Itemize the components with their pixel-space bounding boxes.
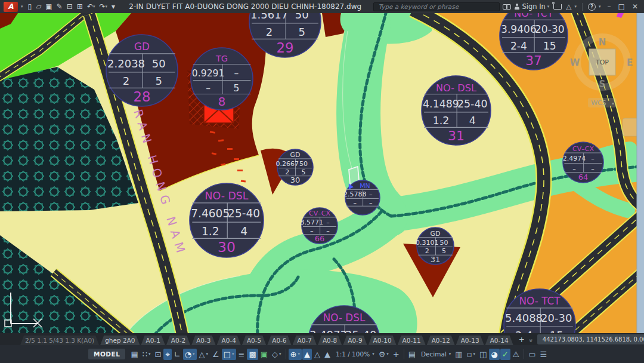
layout-tab-a0-13[interactable]: A0-13 <box>456 336 484 345</box>
bubble-text: 50 <box>152 57 166 70</box>
bubble-text: 2 <box>266 26 273 38</box>
status-menu-icon[interactable]: ☰ <box>538 349 549 360</box>
open-file-icon[interactable]: ▱ <box>34 2 43 11</box>
app-menu-caret-icon[interactable]: ▾ <box>21 4 23 9</box>
qat-customize-icon[interactable]: ▾ <box>110 2 117 11</box>
quick-properties-icon[interactable]: ▥ <box>453 349 464 360</box>
layout-tab-a0-1[interactable]: A0-1 <box>141 336 165 345</box>
object-snap-tracking-icon[interactable]: ∠ <box>210 349 221 360</box>
save-as-icon[interactable]: ✎ <box>55 2 64 11</box>
annotation-scale-icon[interactable]: ▲ <box>323 349 332 360</box>
layout-tab-a0-4[interactable]: A0-4 <box>217 336 241 345</box>
infer-constraints-icon[interactable]: ⊡ <box>153 349 163 360</box>
object-snap-icon[interactable]: □▾ <box>222 349 236 360</box>
layout-tab-a0-14[interactable]: A0-14 <box>485 336 513 345</box>
layout-tab-a0-10[interactable]: A0-10 <box>369 336 397 345</box>
undo-icon[interactable]: ↶▾ <box>85 2 97 11</box>
layout-tab-a0-8[interactable]: A0-8 <box>318 336 342 345</box>
model-space-button[interactable]: MODEL <box>88 349 125 359</box>
isolate-objects-icon[interactable]: ◫ <box>478 349 488 360</box>
app-menu-button[interactable]: A <box>4 2 18 12</box>
viewcube-south[interactable]: S <box>599 79 606 90</box>
layout-tab-a0-2[interactable]: A0-2 <box>166 336 190 345</box>
autodesk360-icon[interactable]: △ <box>566 2 571 11</box>
layout-tab-a0-6[interactable]: A0-6 <box>267 336 291 345</box>
drawing-canvas[interactable]: N. TRAN HONG NAM 1.5617502529GD2.2038502… <box>0 13 644 333</box>
viewcube-east[interactable]: E <box>627 57 633 68</box>
exchange-cart-icon[interactable] <box>553 4 562 10</box>
tab-overflow-chevron-icon[interactable]: » <box>527 339 534 342</box>
status-bar: MODEL ▦∷▾⊡⌖∟◔▾△▾∠□▾≡▩▣◇▾⊕▾▲△▲1:1 / 100%▾… <box>0 345 644 363</box>
layout-tab-a0-12[interactable]: A0-12 <box>427 336 455 345</box>
new-layout-button[interactable]: + <box>515 336 529 345</box>
bubble-text: 5 <box>442 247 446 255</box>
annotation-warning-icon[interactable]: ⚠ <box>511 349 522 360</box>
wcs-caret-icon[interactable]: ▾ <box>612 101 614 106</box>
bubble-text: 30 <box>290 176 301 184</box>
ortho-icon[interactable]: ∟ <box>172 349 182 360</box>
bubble-text: 25-40 <box>228 207 260 220</box>
maximize-button[interactable]: □ <box>618 2 625 11</box>
graphics-performance-icon[interactable]: ◕ <box>489 349 499 360</box>
viewcube-west[interactable]: W <box>570 57 580 68</box>
annotation-scale-value[interactable]: 1:1 / 100%▾ <box>333 349 376 359</box>
layout-tab-ghep-2a0[interactable]: ghep 2A0 <box>100 336 140 345</box>
layout-tab-a0-3[interactable]: A0-3 <box>191 336 215 345</box>
viewcube-north[interactable]: N <box>599 37 606 48</box>
annotation-visibility-icon[interactable]: ▲ <box>302 349 312 360</box>
gizmo-icon[interactable]: ⊕▾ <box>289 349 302 360</box>
layout-tab-a0-9[interactable]: A0-9 <box>343 336 367 345</box>
lock-ui-icon[interactable]: ▫▾ <box>465 349 477 360</box>
quick-access-toolbar: ▯▱▣✎⊟⊞↶▾↷▾▾ <box>26 2 117 11</box>
plot-icon[interactable]: ⊟ <box>65 2 75 11</box>
vertical-scrollbar[interactable] <box>637 13 644 333</box>
minimize-button[interactable]: – <box>608 2 611 11</box>
redo-icon[interactable]: ↷▾ <box>97 2 109 11</box>
wcs-dropdown[interactable]: WCS <box>591 99 606 107</box>
clean-screen-icon[interactable]: ▭ <box>527 349 537 360</box>
hardware-acceleration-icon[interactable]: ✓ <box>500 349 510 360</box>
transparency-icon[interactable]: ▩ <box>247 349 258 360</box>
new-file-icon[interactable]: ▯ <box>26 2 34 11</box>
close-button[interactable]: ✕ <box>632 2 638 11</box>
bubble-text: 64 <box>578 173 589 182</box>
label-bubble[interactable]: NO- DSL4.148925-401.2431 <box>422 76 491 145</box>
workspace-gear-icon[interactable]: ⚙▾ <box>377 349 391 360</box>
search-input[interactable] <box>377 2 496 11</box>
units-value[interactable]: Decimal▾ <box>418 349 453 359</box>
bubble-text: 7.4605 <box>191 207 230 220</box>
layout-tab-a0-7[interactable]: A0-7 <box>293 336 317 345</box>
dynamic-input-icon[interactable]: ⌖ <box>163 349 171 360</box>
sign-in-button[interactable]: Sign In ▾ <box>514 2 549 11</box>
print-icon[interactable]: ⊞ <box>75 2 85 11</box>
autoscale-icon[interactable]: △ <box>312 349 322 360</box>
viewcube-top-label[interactable]: TOP <box>595 59 609 66</box>
help-caret-icon[interactable]: ▾ <box>599 4 601 9</box>
polar-tracking-icon[interactable]: ◔▾ <box>183 349 197 360</box>
grid-icon[interactable]: ▦ <box>129 349 140 360</box>
layout-tab-a0-5[interactable]: A0-5 <box>242 336 266 345</box>
statusbar-divider <box>404 349 404 359</box>
snap-icon[interactable]: ∷▾ <box>141 349 153 360</box>
isodraft-icon[interactable]: △▾ <box>197 349 210 360</box>
label-bubble[interactable]: NO- DSL7.460525-401.2430 <box>190 183 264 257</box>
bubble-text: 25-40 <box>457 98 488 110</box>
annotation-monitor-icon[interactable]: ▤ <box>407 349 417 360</box>
add-scales-icon[interactable]: + <box>391 349 401 360</box>
layout-tab-2-5-1-1-5-43-1-3-k-a0-[interactable]: 2/5 1.1 5/43 1.3 K(A0) <box>20 336 99 345</box>
label-bubble[interactable]: GD2.2038502528 <box>106 35 178 106</box>
label-bubble[interactable]: TG0.9291––58 <box>191 48 253 110</box>
help-icon[interactable]: ? <box>588 3 596 11</box>
selection-cycling-icon[interactable]: ▣ <box>259 349 270 360</box>
save-icon[interactable]: ▣ <box>44 2 54 11</box>
bubble-text: 30 <box>218 239 236 256</box>
label-bubble[interactable]: CV–CX2.4974–––64 <box>563 142 603 183</box>
3d-object-snap-icon[interactable]: ◇▾ <box>270 349 283 360</box>
layout-tab-a0-11[interactable]: A0-11 <box>398 336 426 345</box>
autodesk360-caret-icon[interactable]: ▾ <box>575 4 577 9</box>
help-search-box[interactable] <box>373 2 500 11</box>
bubble-text: – <box>234 68 239 79</box>
search-icon[interactable] <box>503 4 511 10</box>
lineweight-icon[interactable]: ≡ <box>237 349 247 360</box>
coordinates-display[interactable]: 442173.0803, 1141526.6818, 0.0000 <box>537 334 644 344</box>
